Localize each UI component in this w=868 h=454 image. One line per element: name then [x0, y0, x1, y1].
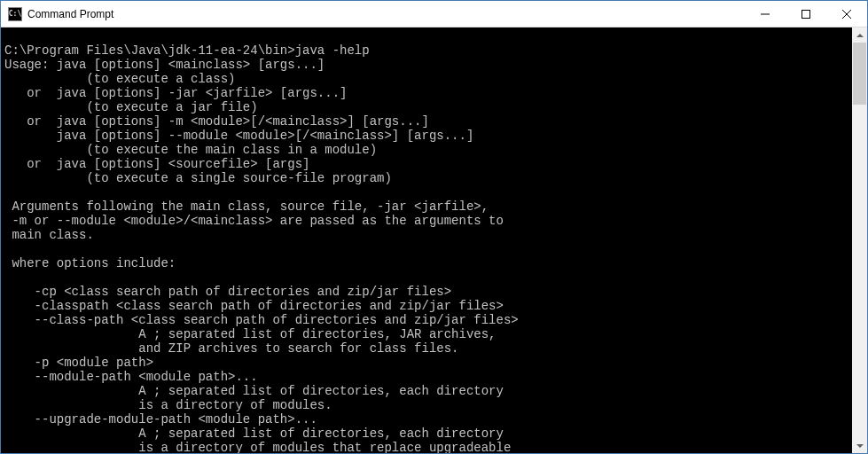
scrollbar-track[interactable] [852, 43, 867, 438]
scroll-up-button[interactable] [852, 27, 867, 43]
window-title: Command Prompt [27, 8, 745, 20]
app-icon: C:\ [8, 7, 22, 21]
vertical-scrollbar[interactable] [852, 27, 867, 453]
titlebar[interactable]: C:\ Command Prompt [1, 1, 867, 27]
terminal-output[interactable]: C:\Program Files\Java\jdk-11-ea-24\bin>j… [1, 27, 852, 453]
terminal-wrapper: C:\Program Files\Java\jdk-11-ea-24\bin>j… [1, 27, 867, 453]
svg-marker-4 [856, 34, 864, 37]
scrollbar-thumb[interactable] [853, 43, 866, 105]
svg-marker-5 [856, 444, 864, 448]
maximize-button[interactable] [786, 1, 826, 27]
window-controls [745, 1, 867, 27]
close-button[interactable] [826, 1, 867, 27]
svg-rect-1 [802, 10, 810, 18]
scroll-down-button[interactable] [852, 438, 867, 453]
minimize-button[interactable] [745, 1, 786, 27]
